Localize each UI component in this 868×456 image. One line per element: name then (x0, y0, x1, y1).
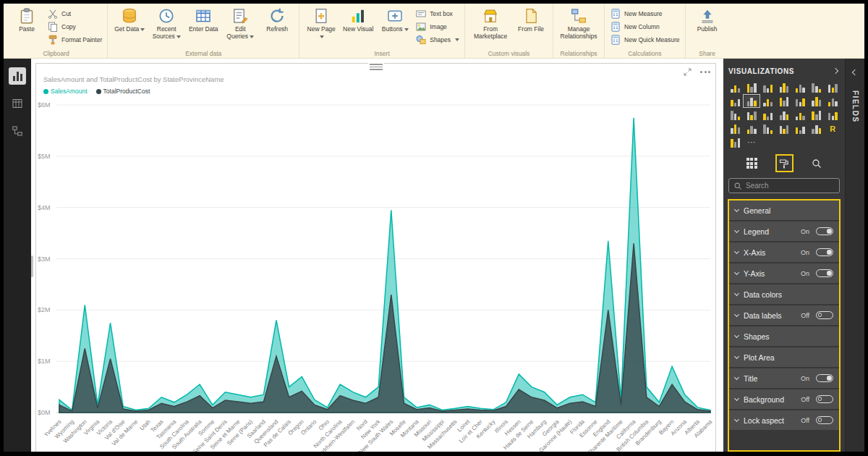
more-options-visual-icon[interactable]: ⋯ (744, 137, 758, 148)
clipboard-group-label: Clipboard (5, 50, 107, 57)
area-visual-icon[interactable] (728, 96, 742, 106)
format-search-box[interactable] (728, 178, 840, 193)
from-marketplace-button[interactable]: From Marketplace (470, 5, 511, 41)
pie-visual-icon[interactable] (728, 109, 742, 120)
filled-map-visual-icon[interactable] (793, 109, 807, 120)
model-view-button[interactable] (9, 122, 26, 140)
line-visual-icon[interactable] (826, 82, 840, 93)
line-clustered-column-visual-icon[interactable] (777, 96, 791, 106)
format-section-title[interactable]: TitleOn (729, 368, 839, 388)
search-input[interactable] (746, 182, 835, 190)
toggle-switch[interactable] (816, 416, 833, 424)
format-tab[interactable] (775, 154, 793, 172)
format-section-label: Data labels (744, 311, 796, 320)
format-section-general[interactable]: General (729, 200, 839, 220)
from-file-button[interactable]: From File (514, 5, 548, 33)
new-measure-button[interactable]: New Measure (610, 8, 680, 19)
buttons-button[interactable]: Buttons (378, 5, 412, 33)
treemap-visual-icon[interactable] (761, 109, 775, 120)
publish-button[interactable]: Publish (691, 5, 724, 33)
table-visual-icon[interactable] (793, 123, 807, 134)
format-section-shapes[interactable]: Shapes (729, 326, 839, 346)
get-data-button[interactable]: Get Data (113, 5, 146, 33)
collapse-pane-icon[interactable] (833, 68, 838, 74)
stacked-column-visual-icon[interactable] (744, 82, 758, 93)
matrix-visual-icon[interactable] (809, 123, 823, 134)
legend-item[interactable]: TotalProductCost (96, 88, 150, 95)
shapes-button[interactable]: Shapes (415, 34, 459, 45)
stacked-area-visual-icon[interactable] (744, 96, 758, 106)
report-view-button[interactable] (9, 67, 26, 85)
format-section-background[interactable]: BackgroundOff (729, 389, 839, 409)
100-stacked-bar-visual-icon[interactable] (793, 82, 807, 93)
kpi-visual-icon[interactable] (761, 123, 775, 134)
y-axis-label: $4M (38, 204, 51, 211)
new-page-button[interactable]: New Page (305, 5, 338, 41)
format-section-lock-aspect[interactable]: Lock aspectOff (729, 410, 839, 430)
multi-row-card-visual-icon[interactable] (744, 123, 758, 134)
enter-data-button[interactable]: Enter Data (187, 5, 220, 33)
clustered-bar-visual-icon[interactable] (761, 82, 775, 93)
format-painter-button[interactable]: Format Painter (47, 34, 102, 45)
stacked-bar-visual-icon[interactable] (728, 82, 742, 93)
toggle-state-label: On (801, 375, 809, 382)
more-options-icon[interactable] (699, 71, 711, 73)
scatter-visual-icon[interactable] (826, 96, 840, 106)
new-visual-button[interactable]: New Visual (341, 5, 375, 33)
refresh-icon (268, 7, 286, 25)
format-section-plot-area[interactable]: Plot Area (729, 347, 839, 367)
image-button[interactable]: Image (415, 21, 459, 32)
manage-relationships-button[interactable]: Manage Relationships (558, 5, 599, 41)
canvas-scrollbar[interactable] (31, 256, 33, 277)
toggle-switch[interactable] (816, 395, 833, 403)
focus-mode-icon[interactable] (683, 67, 692, 77)
data-view-button[interactable] (9, 95, 26, 112)
toggle-switch[interactable] (816, 227, 833, 235)
map-visual-icon[interactable] (777, 109, 791, 120)
format-section-label: X-Axis (744, 248, 796, 257)
format-section-data-labels[interactable]: Data labelsOff (729, 305, 839, 325)
donut-visual-icon[interactable] (744, 109, 758, 120)
area-chart-visual[interactable]: SalesAmount and TotalProductCost by Stat… (35, 63, 716, 452)
card-visual-icon[interactable] (728, 123, 742, 134)
arcgis-map-visual-icon[interactable] (728, 137, 742, 148)
funnel-visual-icon[interactable] (809, 109, 823, 120)
clustered-column-visual-icon[interactable] (777, 82, 791, 93)
cut-button[interactable]: Cut (47, 8, 102, 19)
copy-button[interactable]: Copy (47, 21, 102, 32)
analytics-tab[interactable] (808, 154, 826, 172)
ribbon-chart-visual-icon[interactable] (793, 96, 807, 106)
100-stacked-column-visual-icon[interactable] (809, 82, 823, 93)
paste-button[interactable]: Paste (10, 5, 43, 33)
format-section-x-axis[interactable]: X-AxisOn (729, 242, 839, 262)
new-column-button[interactable]: New Column (610, 21, 680, 32)
fields-pane-collapsed[interactable]: FIELDS (845, 59, 864, 452)
edit-queries-button[interactable]: Edit Queries (224, 5, 257, 41)
refresh-button[interactable]: Refresh (260, 5, 294, 33)
slicer-visual-icon[interactable] (777, 123, 791, 134)
ribbon-group-share: Publish Share (686, 4, 729, 58)
area-chart[interactable]: $0M$1M$2M$3M$4M$5M$6MYvelinesWyomingWash… (38, 101, 715, 452)
fields-tab[interactable] (743, 154, 761, 172)
new-quick-measure-button[interactable]: New Quick Measure (610, 34, 680, 45)
chevron-down-icon (734, 249, 739, 254)
toggle-switch[interactable] (816, 248, 833, 256)
format-section-legend[interactable]: LegendOn (729, 221, 839, 241)
legend-item[interactable]: SalesAmount (43, 88, 88, 95)
text-box-button[interactable]: Text box (415, 8, 459, 19)
toggle-switch[interactable] (816, 269, 833, 277)
line-stacked-column-visual-icon[interactable] (761, 96, 775, 106)
report-canvas[interactable]: SalesAmount and TotalProductCost by Stat… (31, 59, 723, 452)
toggle-switch[interactable] (816, 311, 833, 319)
r-script-visual-icon[interactable]: R (826, 123, 840, 134)
expand-fields-icon[interactable] (852, 69, 858, 75)
recent-sources-button[interactable]: Recent Sources (150, 5, 183, 41)
format-section-y-axis[interactable]: Y-AxisOn (729, 263, 839, 283)
visual-grip-icon[interactable] (368, 62, 384, 72)
toggle-switch[interactable] (816, 374, 833, 382)
chevron-down-icon (734, 375, 739, 380)
format-section-data-colors[interactable]: Data colors (729, 284, 839, 304)
chevron-down-icon (734, 396, 739, 401)
gauge-visual-icon[interactable] (826, 109, 840, 120)
waterfall-visual-icon[interactable] (809, 96, 823, 106)
